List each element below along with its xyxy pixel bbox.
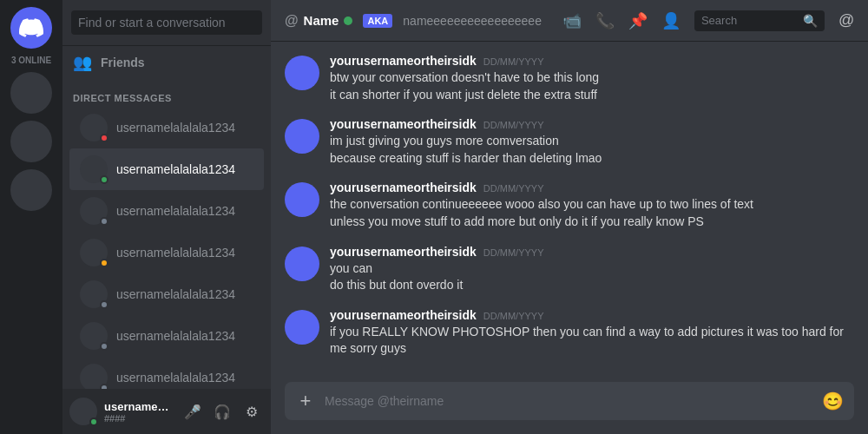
current-user-avatar: [69, 398, 97, 425]
current-user-info: usernameblah... ####: [104, 400, 174, 424]
messages-area: a small one liner yourusernameortheirsid…: [271, 42, 868, 382]
chat-header-user: @ Name: [285, 13, 352, 29]
dm-username: usernamelalalala1234: [116, 329, 235, 343]
message-text: the conversation continueeeeee wooo also…: [330, 196, 854, 230]
dm-search-bar: [62, 0, 271, 46]
message-line: unless you move stuff to add more but on…: [330, 214, 854, 231]
message-timestamp: DD/MM/YYYY: [483, 247, 544, 258]
user-bottom-actions: 🎤 🎧 ⚙: [181, 399, 264, 424]
dm-avatar: [80, 114, 108, 141]
server-sidebar: 3 ONLINE: [0, 0, 62, 434]
header-status-dot: [344, 16, 352, 25]
message-line: it can shorter if you want just delete t…: [330, 87, 854, 104]
message-header: yourusernameortheirsidk DD/MM/YYYY: [330, 181, 854, 194]
current-user-status: [89, 418, 98, 426]
dm-list-item[interactable]: usernamelalalala1234: [69, 273, 264, 315]
message-timestamp: DD/MM/YYYY: [483, 56, 544, 67]
message-group: yourusernameortheirsidk DD/MM/YYYY the c…: [271, 177, 868, 233]
friends-item[interactable]: 👥 Friends: [62, 46, 271, 79]
message-line: do this but dont overdo it: [330, 277, 854, 294]
message-group: a small one liner: [271, 42, 868, 43]
add-friend-button[interactable]: 👤: [661, 11, 681, 30]
message-input[interactable]: [325, 382, 813, 420]
dm-status-dot: [100, 259, 108, 267]
video-call-button[interactable]: 📹: [562, 11, 582, 30]
server-avatar-2[interactable]: [10, 121, 52, 162]
dm-status-dot: [100, 342, 108, 351]
friends-icon: 👥: [73, 53, 92, 72]
header-icons: 📹 📞 📌 👤 🔍 @ ?: [562, 10, 868, 31]
message-content: yourusernameortheirsidk DD/MM/YYYY im ju…: [330, 117, 854, 167]
message-avatar: [285, 182, 319, 217]
dm-list-item[interactable]: usernamelalalala1234: [69, 148, 264, 190]
message-line: btw your conversation doesn't have to be…: [330, 69, 854, 87]
dm-search-input[interactable]: [71, 10, 262, 35]
dm-section-label: DIRECT MESSAGES: [62, 79, 271, 107]
settings-button[interactable]: ⚙: [240, 399, 264, 424]
message-line: if you REALLY KNOW PHOTOSHOP then you ca…: [330, 324, 854, 358]
voice-call-button[interactable]: 📞: [595, 11, 615, 30]
headphone-button[interactable]: 🎧: [210, 399, 234, 424]
message-avatar: [285, 119, 319, 154]
message-content: yourusernameortheirsidk DD/MM/YYYY the c…: [330, 181, 854, 230]
dm-username: usernamelalalala1234: [116, 246, 235, 260]
message-content: yourusernameortheirsidk DD/MM/YYYY if yo…: [330, 308, 854, 358]
current-user-tag: ####: [104, 413, 174, 424]
current-username: usernameblah...: [104, 400, 174, 413]
emoji-button[interactable]: 😊: [822, 391, 844, 411]
message-timestamp: DD/MM/YYYY: [483, 183, 544, 194]
dm-avatar: [80, 197, 108, 225]
server-avatar-3[interactable]: [10, 169, 52, 211]
dm-username: usernamelalalala1234: [116, 162, 235, 176]
mic-button[interactable]: 🎤: [181, 399, 205, 424]
chat-input-box: + 😊: [285, 382, 854, 420]
at-symbol: @: [285, 13, 299, 29]
message-username: yourusernameortheirsidk: [330, 117, 477, 131]
message-header: yourusernameortheirsidk DD/MM/YYYY: [330, 117, 854, 131]
mention-button[interactable]: @: [838, 11, 854, 30]
message-text: btw your conversation doesn't have to be…: [330, 69, 854, 103]
chat-header: @ Name AKA nameeeeeeeeeeeeeeeee 📹 📞 📌 👤 …: [271, 0, 868, 42]
dm-sidebar: 👥 Friends DIRECT MESSAGES usernamelalala…: [62, 0, 271, 434]
message-line: because creating stuff is harder than de…: [330, 150, 854, 168]
dm-username: usernamelalalala1234: [116, 371, 235, 385]
message-username: yourusernameortheirsidk: [330, 181, 477, 194]
user-bottom-bar: usernameblah... #### 🎤 🎧 ⚙: [62, 389, 271, 434]
header-search-input[interactable]: [701, 14, 798, 27]
message-group: yourusernameortheirsidk DD/MM/YYYY you c…: [271, 241, 868, 298]
header-nickname: nameeeeeeeeeeeeeeeee: [403, 14, 542, 28]
dm-username: usernamelalalala1234: [116, 121, 235, 135]
message-text: if you REALLY KNOW PHOTOSHOP then you ca…: [330, 324, 854, 358]
message-text: you cando this but dont overdo it: [330, 260, 854, 294]
message-header: yourusernameortheirsidk DD/MM/YYYY: [330, 308, 854, 322]
dm-list-item[interactable]: usernamelalalala1234: [69, 107, 264, 148]
message-username: yourusernameortheirsidk: [330, 54, 477, 68]
message-timestamp: DD/MM/YYYY: [483, 311, 544, 321]
server-home-button[interactable]: [10, 7, 52, 49]
dm-list-item[interactable]: usernamelalalala1234: [69, 190, 264, 232]
message-timestamp: DD/MM/YYYY: [483, 120, 544, 130]
message-text: im just giving you guys more comversatio…: [330, 133, 854, 167]
dm-list-item[interactable]: usernamelalalala1234: [69, 357, 264, 389]
message-avatar: [285, 247, 319, 281]
message-line: im just giving you guys more comversatio…: [330, 133, 854, 150]
dm-list-item[interactable]: usernamelalalala1234: [69, 315, 264, 357]
message-avatar: [285, 56, 319, 90]
message-header: yourusernameortheirsidk DD/MM/YYYY: [330, 54, 854, 68]
friends-label: Friends: [101, 56, 145, 69]
dm-status-dot: [100, 175, 108, 184]
header-username: Name: [304, 13, 339, 28]
attach-button[interactable]: +: [295, 382, 316, 420]
online-count: 3 ONLINE: [11, 56, 51, 65]
dm-avatar: [80, 364, 108, 389]
dm-status-dot: [100, 384, 108, 389]
dm-list: usernamelalalala1234 usernamelalalala123…: [62, 107, 271, 389]
server-avatar-1[interactable]: [10, 72, 52, 114]
dm-list-item[interactable]: usernamelalalala1234: [69, 232, 264, 273]
pin-button[interactable]: 📌: [628, 11, 648, 30]
chat-input-area: + 😊: [271, 382, 868, 434]
discord-icon: [19, 16, 43, 40]
dm-avatar: [80, 239, 108, 266]
dm-avatar: [80, 155, 108, 183]
message-header: yourusernameortheirsidk DD/MM/YYYY: [330, 245, 854, 259]
